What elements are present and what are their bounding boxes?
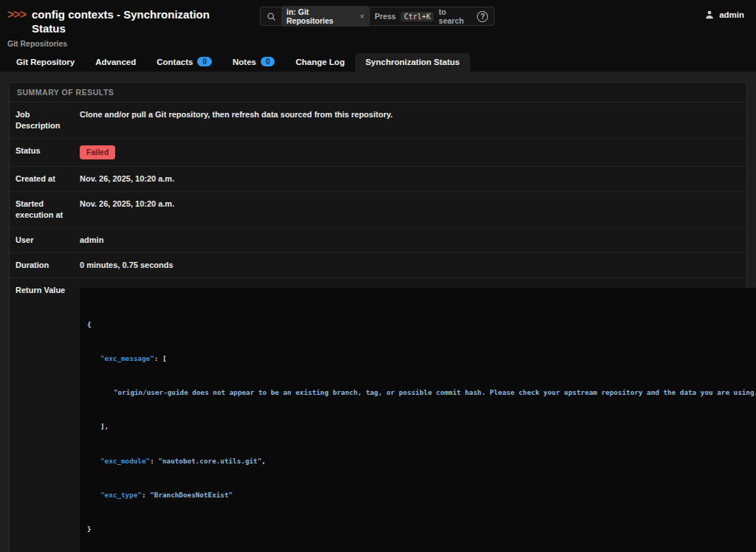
help-icon[interactable]: ?: [477, 11, 488, 22]
search-icon: [267, 12, 276, 21]
summary-row-return-value: Return Value { "exc_message": [ "origin/…: [10, 278, 746, 552]
field-value: Clone and/or pull a Git repository, then…: [75, 103, 746, 138]
status-badge-failed: Failed: [80, 145, 115, 159]
summary-row-duration: Duration 0 minutes, 0.75 seconds: [10, 253, 746, 278]
tab-notes[interactable]: Notes 0: [222, 52, 286, 72]
search-hint-prefix: Press: [375, 12, 396, 21]
code-line: "exc_module": "nautobot.core.utils.git",: [87, 455, 756, 466]
tab-label: Contacts: [157, 58, 193, 66]
field-label: Duration: [10, 253, 75, 277]
search-scope-pill: in: Git Repositories ×: [281, 6, 370, 27]
summary-row-user: User admin: [10, 228, 746, 253]
tab-contacts[interactable]: Contacts 0: [146, 52, 222, 72]
tab-advanced[interactable]: Advanced: [85, 53, 146, 72]
code-line: ],: [87, 421, 756, 432]
code-line: "exc_message": [: [87, 353, 756, 364]
field-value: admin: [75, 228, 746, 252]
summary-row-started-at: Started execution at Nov. 26, 2025, 10:2…: [10, 192, 746, 228]
tab-label: Notes: [233, 58, 256, 66]
field-value: Nov. 26, 2025, 10:20 a.m.: [75, 192, 746, 227]
username: admin: [719, 10, 744, 19]
field-value: Nov. 26, 2025, 10:20 a.m.: [75, 167, 746, 191]
breadcrumb[interactable]: Git Repositories: [7, 39, 238, 48]
tab-bar: Git Repository Advanced Contacts 0 Notes…: [6, 52, 470, 72]
notes-count-badge: 0: [261, 57, 275, 66]
code-line: }: [87, 523, 756, 534]
contacts-count-badge: 0: [197, 57, 212, 66]
tab-label: Git Repository: [16, 58, 75, 66]
tab-synchronization-status[interactable]: Synchronization Status: [355, 53, 470, 72]
remove-scope-icon[interactable]: ×: [360, 12, 364, 21]
field-label: User: [10, 228, 75, 252]
search-bar[interactable]: in: Git Repositories × Press Ctrl+K to s…: [260, 7, 495, 26]
top-bar: >>> config contexts - Synchronization St…: [0, 0, 756, 72]
code-line: "exc_type": "BranchDoesNotExist": [87, 489, 756, 500]
tab-label: Advanced: [95, 58, 136, 66]
user-icon: [704, 10, 715, 20]
summary-panel: SUMMARY OF RESULTS Job Description Clone…: [9, 82, 747, 552]
search-hint-suffix: to search: [439, 7, 472, 25]
main-content: SUMMARY OF RESULTS Job Description Clone…: [0, 72, 756, 552]
summary-row-status: Status Failed: [10, 139, 746, 167]
search-kbd-shortcut: Ctrl+K: [401, 12, 433, 21]
tab-git-repository[interactable]: Git Repository: [6, 53, 85, 72]
field-label: Status: [10, 139, 75, 166]
summary-row-created-at: Created at Nov. 26, 2025, 10:20 a.m.: [10, 167, 746, 192]
summary-panel-title: SUMMARY OF RESULTS: [17, 88, 114, 97]
code-line: {: [87, 319, 756, 330]
field-label: Started execution at: [10, 192, 75, 227]
summary-row-job-description: Job Description Clone and/or pull a Git …: [10, 103, 746, 139]
tab-change-log[interactable]: Change Log: [285, 53, 354, 72]
search-scope-label: in: Git Repositories: [286, 7, 355, 25]
brand-block: >>> config contexts - Synchronization St…: [7, 7, 238, 48]
field-label: Job Description: [10, 103, 75, 138]
return-value-code-block: { "exc_message": [ "origin/user-guide do…: [80, 288, 756, 552]
page-title: config contexts - Synchronization Status: [32, 7, 238, 35]
tab-label: Synchronization Status: [365, 58, 460, 66]
code-line: "origin/user-guide does not appear to be…: [87, 387, 756, 398]
field-label: Return Value: [10, 278, 75, 552]
field-value: 0 minutes, 0.75 seconds: [75, 253, 746, 277]
field-label: Created at: [10, 167, 75, 191]
nautobot-logo-icon[interactable]: >>>: [7, 8, 26, 21]
user-menu[interactable]: admin: [704, 10, 744, 20]
tab-label: Change Log: [295, 58, 344, 66]
